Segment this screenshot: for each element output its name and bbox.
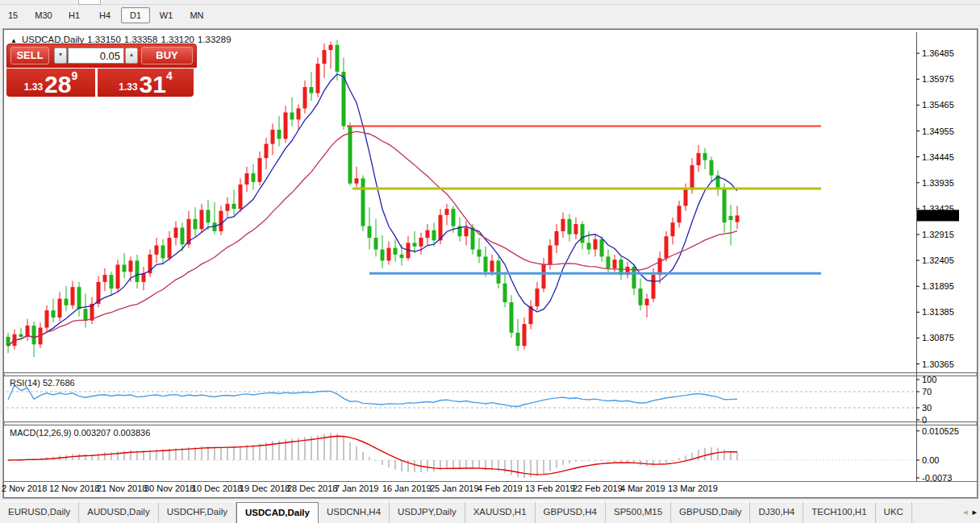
svg-text:19 Dec 2018: 19 Dec 2018 <box>240 484 290 493</box>
tab-xauusd-h1[interactable]: XAUUSD,H1 <box>465 502 536 523</box>
buy-price-sup: 4 <box>166 69 173 82</box>
ohlc-close: 1.33289 <box>198 35 231 44</box>
svg-text:1.34955: 1.34955 <box>922 127 954 136</box>
current-price-tag: 1.33289 <box>917 210 959 221</box>
svg-text:100: 100 <box>922 375 936 384</box>
trade-panel-controls: SELL ▼ ▲ BUY <box>6 44 197 68</box>
svg-text:16 Jan 2019: 16 Jan 2019 <box>382 484 432 493</box>
buy-price-display[interactable]: 1.33 31 4 <box>98 68 194 97</box>
one-click-trading-panel: SELL ▼ ▲ BUY 1.33 28 9 1.33 31 4 <box>6 44 197 97</box>
svg-text:4 Feb 2019: 4 Feb 2019 <box>477 484 523 493</box>
trade-panel-prices: 1.33 28 9 1.33 31 4 <box>6 68 197 97</box>
rsi-indicator-label: RSI(14) 52.7686 <box>10 378 75 388</box>
svg-text:0.010525: 0.010525 <box>922 426 959 436</box>
svg-text:-0.0073: -0.0073 <box>922 473 952 483</box>
tab-scroll-left-icon[interactable]: ◂ <box>963 507 968 517</box>
sell-price-display[interactable]: 1.33 28 9 <box>6 68 95 97</box>
svg-text:1.30875: 1.30875 <box>922 333 954 342</box>
mt4-terminal: 15M30H1H4D1W1MN 1.364851.359751.354651.3… <box>0 0 980 523</box>
svg-text:7 Jan 2019: 7 Jan 2019 <box>335 484 378 493</box>
volume-input[interactable] <box>68 48 124 64</box>
svg-text:1.32405: 1.32405 <box>922 255 954 265</box>
svg-text:1.33289: 1.33289 <box>920 210 952 220</box>
sell-price-base: 1.33 <box>24 81 43 93</box>
svg-text:28 Dec 2018: 28 Dec 2018 <box>287 484 337 493</box>
svg-text:1.33935: 1.33935 <box>922 178 954 188</box>
svg-text:1.32915: 1.32915 <box>922 230 954 239</box>
timeframe-toolbar: 15M30H1H4D1W1MN <box>2 6 211 24</box>
svg-text:1.31385: 1.31385 <box>922 307 954 317</box>
svg-text:13 Mar 2019: 13 Mar 2019 <box>668 484 718 493</box>
svg-text:12 Nov 2018: 12 Nov 2018 <box>49 484 99 493</box>
splitter-rsi-macd <box>4 422 977 425</box>
tab-usdchf-daily[interactable]: USDCHF,Daily <box>159 502 236 523</box>
tab-gbpusd-h4[interactable]: GBPUSD,H4 <box>536 502 606 523</box>
tab-usdcnh-h4[interactable]: USDCNH,H4 <box>319 502 390 523</box>
svg-text:25 Jan 2019: 25 Jan 2019 <box>430 484 479 493</box>
sell-price-big: 28 <box>44 74 71 95</box>
timeframe-h4[interactable]: H4 <box>90 7 119 23</box>
timeframe-h1[interactable]: H1 <box>60 7 89 23</box>
svg-text:22 Feb 2019: 22 Feb 2019 <box>573 484 623 493</box>
tab-ukc[interactable]: UKC <box>876 502 912 523</box>
svg-text:13 Feb 2019: 13 Feb 2019 <box>525 484 575 493</box>
svg-text:21 Nov 2018: 21 Nov 2018 <box>97 484 147 493</box>
tab-tech100-h1[interactable]: TECH100,H1 <box>803 502 875 523</box>
tab-sp500-m15[interactable]: SP500,M15 <box>606 502 671 523</box>
svg-text:4 Mar 2019: 4 Mar 2019 <box>620 484 665 493</box>
tab-scroll-arrows: ◂ ▸ <box>949 501 980 523</box>
timeframe-d1[interactable]: D1 <box>121 7 150 23</box>
timeframe-15[interactable]: 15 <box>0 7 27 23</box>
macd-indicator-label: MACD(12,26,9) 0.003207 0.003836 <box>10 428 150 438</box>
tab-dj30-h4[interactable]: DJ30,H4 <box>750 502 803 523</box>
timeframe-mn[interactable]: MN <box>182 7 211 23</box>
buy-price-big: 31 <box>140 74 166 95</box>
buy-button[interactable]: BUY <box>141 47 193 64</box>
svg-text:0.00: 0.00 <box>922 455 939 465</box>
tab-bar-tabs: EURUSD,DailyAUDUSD,DailyUSDCHF,DailyUSDC… <box>0 501 980 523</box>
tab-audusd-daily[interactable]: AUDUSD,Daily <box>79 502 158 523</box>
splitter-main-rsi <box>4 373 977 376</box>
sell-price-sup: 9 <box>71 69 77 82</box>
sell-button[interactable]: SELL <box>10 47 49 64</box>
timeframe-m30[interactable]: M30 <box>29 7 58 23</box>
svg-text:1.31895: 1.31895 <box>922 281 954 291</box>
tab-eurusd-daily[interactable]: EURUSD,Daily <box>0 502 79 523</box>
tab-usdjpy-daily[interactable]: USDJPY,Daily <box>390 502 465 523</box>
tab-usdcad-daily[interactable]: USDCAD,Daily <box>236 502 319 523</box>
svg-text:30: 30 <box>922 403 932 413</box>
volume-decrease-button[interactable]: ▼ <box>54 48 67 64</box>
svg-text:1.35465: 1.35465 <box>922 100 954 110</box>
volume-increase-button[interactable]: ▲ <box>125 48 138 64</box>
svg-text:70: 70 <box>922 387 932 396</box>
svg-text:2 Nov 2018: 2 Nov 2018 <box>2 484 47 493</box>
svg-text:1.34445: 1.34445 <box>922 152 954 162</box>
timeframe-w1[interactable]: W1 <box>152 7 181 23</box>
tab-gbpusd-daily[interactable]: GBPUSD,Daily <box>671 502 750 523</box>
svg-text:1.35975: 1.35975 <box>922 74 954 84</box>
date-axis[interactable]: 2 Nov 201812 Nov 201821 Nov 201830 Nov 2… <box>2 484 718 493</box>
svg-text:1.36485: 1.36485 <box>922 48 954 58</box>
svg-text:10 Dec 2018: 10 Dec 2018 <box>192 484 242 493</box>
svg-text:30 Nov 2018: 30 Nov 2018 <box>144 484 194 493</box>
svg-text:0: 0 <box>922 415 927 425</box>
svg-text:1.30365: 1.30365 <box>922 359 954 369</box>
tab-scroll-right-icon[interactable]: ▸ <box>972 507 977 517</box>
buy-price-base: 1.33 <box>119 81 137 93</box>
